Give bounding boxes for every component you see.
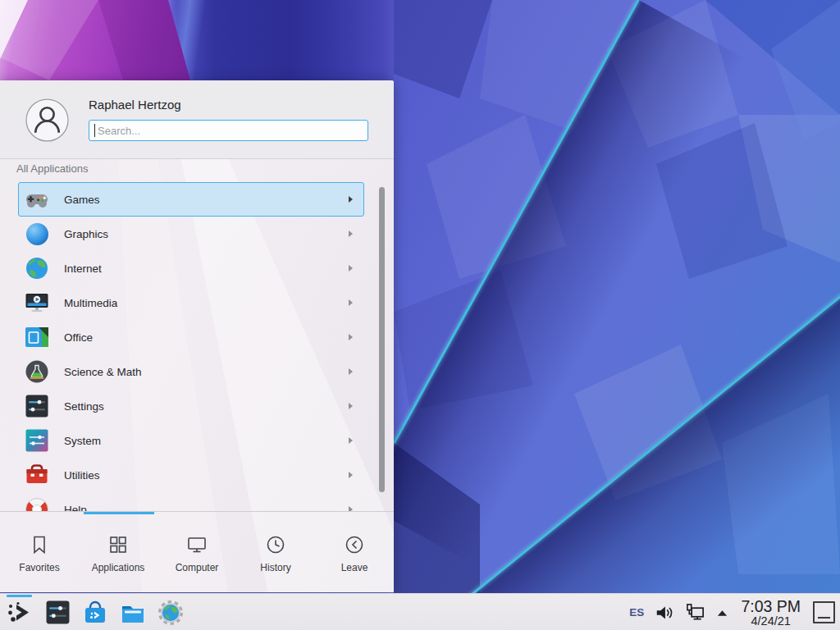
category-multimedia[interactable]: Multimedia: [18, 285, 364, 320]
tab-label: Favorites: [19, 562, 59, 573]
kickoff-launcher-panel: Raphael Hertzog All Applications: [0, 80, 394, 592]
submenu-arrow-icon: [349, 196, 353, 203]
monitor-play-icon: [25, 290, 49, 315]
clock-icon: [265, 534, 286, 555]
tab-leave[interactable]: Leave: [315, 514, 394, 592]
kickoff-menu-button[interactable]: [7, 600, 33, 626]
folder-icon: [120, 600, 146, 626]
tab-label: History: [260, 562, 290, 573]
system-tray: ES 7:03 PM 4/24/21: [629, 594, 835, 630]
category-system[interactable]: System: [18, 423, 364, 458]
search-input[interactable]: [89, 121, 368, 140]
clock-date: 4/24/21: [751, 615, 790, 628]
category-label: System: [64, 435, 101, 447]
document-icon: [25, 325, 49, 349]
volume-icon[interactable]: [655, 603, 674, 623]
system-settings-button[interactable]: [44, 600, 71, 626]
submenu-arrow-icon: [349, 472, 353, 478]
bookmark-icon: [29, 534, 50, 555]
keyboard-layout-indicator[interactable]: ES: [629, 606, 644, 619]
category-science-math[interactable]: Science & Math: [18, 354, 364, 389]
globe-icon: [25, 256, 49, 281]
tab-history[interactable]: History: [236, 514, 315, 592]
tab-separator: [0, 511, 394, 512]
category-label: Settings: [64, 400, 104, 413]
submenu-arrow-icon: [349, 265, 353, 272]
toolbox-icon: [25, 463, 49, 487]
system-settings-icon: [45, 600, 71, 625]
submenu-arrow-icon: [349, 231, 353, 237]
digital-clock[interactable]: 7:03 PM 4/24/21: [741, 598, 801, 628]
category-label: Utilities: [64, 469, 100, 482]
browser-globe-gear-icon: [158, 600, 184, 626]
category-graphics[interactable]: Graphics: [18, 217, 364, 251]
submenu-arrow-icon: [349, 437, 353, 444]
category-label: Multimedia: [64, 297, 117, 309]
sliders-dark-icon: [25, 394, 49, 418]
category-label: Graphics: [64, 228, 108, 240]
taskbar-launchers: [7, 594, 184, 630]
blue-sphere-icon: [25, 221, 49, 246]
show-desktop-button[interactable]: [813, 601, 835, 623]
discover-button[interactable]: [82, 600, 108, 626]
network-icon[interactable]: [685, 602, 705, 623]
gamepad-icon: [25, 187, 49, 212]
tab-label: Applications: [92, 562, 145, 573]
lifebuoy-icon: [25, 497, 49, 511]
user-name: Raphael Hertzog: [89, 98, 181, 112]
search-field[interactable]: [89, 120, 368, 141]
tab-computer[interactable]: Computer: [158, 514, 236, 592]
clock-time: 7:03 PM: [741, 598, 801, 615]
category-label: Help: [64, 504, 87, 512]
submenu-arrow-icon: [349, 403, 353, 409]
tab-applications[interactable]: Applications: [79, 514, 158, 592]
category-utilities[interactable]: Utilities: [18, 458, 364, 492]
desktop: Raphael Hertzog All Applications: [0, 0, 840, 630]
section-label: All Applications: [16, 162, 88, 175]
sliders-color-icon: [25, 428, 49, 453]
submenu-arrow-icon: [349, 299, 353, 306]
tab-label: Computer: [176, 562, 219, 573]
category-label: Internet: [64, 262, 102, 275]
leave-circle-icon: [344, 534, 365, 555]
web-browser-button[interactable]: [158, 600, 184, 626]
flask-icon: [25, 359, 49, 384]
category-help[interactable]: Help: [18, 492, 364, 511]
list-scrollbar[interactable]: [379, 187, 385, 492]
expand-arrow-icon[interactable]: [716, 609, 728, 617]
grid-icon: [107, 534, 129, 555]
category-label: Office: [64, 331, 93, 344]
taskbar-panel: ES 7:03 PM 4/24/21: [0, 593, 840, 630]
tab-label: Leave: [341, 562, 368, 573]
discover-bag-icon: [82, 600, 108, 626]
category-label: Games: [64, 194, 100, 206]
category-settings[interactable]: Settings: [18, 389, 364, 423]
application-category-list: Games Graphics Internet: [0, 182, 374, 511]
category-office[interactable]: Office: [18, 320, 364, 354]
category-label: Science & Math: [64, 366, 142, 378]
category-games[interactable]: Games: [18, 182, 364, 217]
dolphin-file-manager-button[interactable]: [120, 600, 146, 626]
category-internet[interactable]: Internet: [18, 251, 364, 285]
kickoff-icon: [7, 600, 33, 626]
submenu-arrow-icon: [349, 334, 353, 340]
launcher-footer-tabs: Favorites Applications Computer: [0, 514, 394, 592]
submenu-arrow-icon: [349, 368, 353, 375]
tab-favorites[interactable]: Favorites: [0, 514, 79, 592]
launcher-header: Raphael Hertzog: [0, 80, 394, 159]
monitor-icon: [186, 534, 208, 555]
user-avatar-icon: [25, 98, 69, 142]
